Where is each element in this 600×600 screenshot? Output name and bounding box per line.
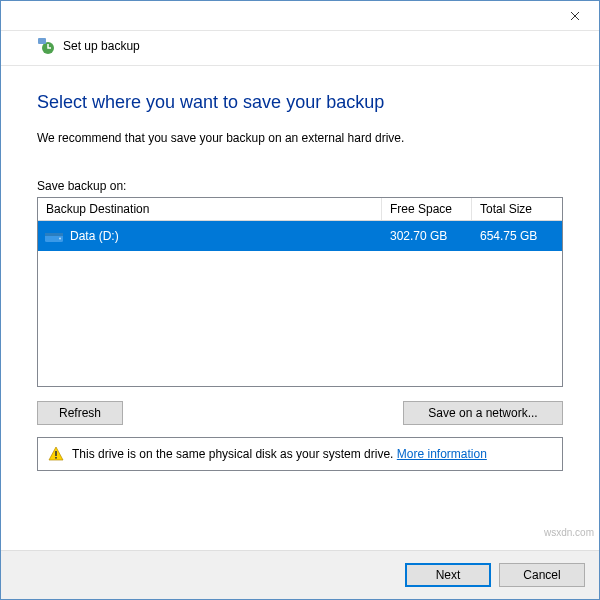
warning-box: This drive is on the same physical disk … bbox=[37, 437, 563, 471]
hard-drive-icon bbox=[44, 228, 64, 244]
close-icon bbox=[570, 11, 580, 21]
cancel-button[interactable]: Cancel bbox=[499, 563, 585, 587]
drive-listbox[interactable]: Backup Destination Free Space Total Size… bbox=[37, 197, 563, 387]
col-total-size[interactable]: Total Size bbox=[472, 198, 562, 220]
save-on-network-button[interactable]: Save on a network... bbox=[403, 401, 563, 425]
header-row: Set up backup bbox=[1, 31, 599, 66]
close-button[interactable] bbox=[552, 2, 597, 30]
backup-wizard-window: Set up backup Select where you want to s… bbox=[0, 0, 600, 600]
refresh-button[interactable]: Refresh bbox=[37, 401, 123, 425]
list-header: Backup Destination Free Space Total Size bbox=[38, 198, 562, 221]
svg-rect-5 bbox=[45, 233, 63, 236]
warning-text: This drive is on the same physical disk … bbox=[72, 447, 487, 461]
footer: Next Cancel bbox=[1, 550, 599, 599]
col-free-space[interactable]: Free Space bbox=[382, 198, 472, 220]
svg-rect-3 bbox=[38, 38, 46, 44]
warning-icon bbox=[48, 446, 64, 462]
backup-wizard-icon bbox=[37, 37, 55, 55]
content-area: Select where you want to save your backu… bbox=[1, 66, 599, 550]
more-information-link[interactable]: More information bbox=[397, 447, 487, 461]
drive-total: 654.75 GB bbox=[472, 229, 562, 243]
next-button[interactable]: Next bbox=[405, 563, 491, 587]
drive-free: 302.70 GB bbox=[382, 229, 472, 243]
drive-name: Data (D:) bbox=[70, 229, 119, 243]
action-row: Refresh Save on a network... bbox=[37, 401, 563, 425]
svg-rect-7 bbox=[55, 451, 57, 456]
page-title: Select where you want to save your backu… bbox=[37, 92, 563, 113]
svg-rect-8 bbox=[55, 457, 57, 459]
titlebar bbox=[1, 1, 599, 31]
col-destination[interactable]: Backup Destination bbox=[38, 198, 382, 220]
window-title: Set up backup bbox=[63, 39, 140, 53]
svg-point-6 bbox=[59, 238, 61, 240]
drive-row-selected[interactable]: Data (D:) 302.70 GB 654.75 GB bbox=[38, 221, 562, 251]
save-backup-label: Save backup on: bbox=[37, 179, 563, 193]
recommendation-text: We recommend that you save your backup o… bbox=[37, 131, 563, 145]
